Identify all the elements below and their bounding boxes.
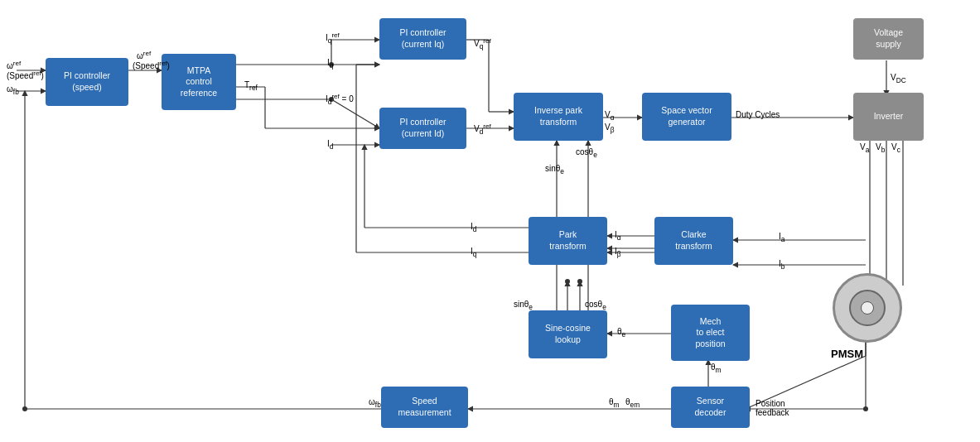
ia-label: Ia — [779, 232, 784, 243]
speed-ref-label-1: (Speedref) — [7, 70, 44, 80]
voltage-supply-block: Voltagesupply — [853, 18, 924, 60]
sin-theta-inv-label: sinθe — [545, 164, 564, 175]
inv-park-label: Inverse parktransform — [534, 105, 582, 127]
vb-out-label: Vb — [876, 142, 885, 154]
sin-theta-park-label: sinθe — [514, 300, 533, 311]
pos-feedback-label: Positionfeedback — [756, 399, 789, 417]
id-park-label: Id — [471, 222, 476, 233]
sine-cos-label: Sine-cosinelookup — [545, 323, 591, 345]
id-label: Id — [327, 139, 333, 151]
speed-ref-label-2: (Speedref) — [133, 60, 170, 70]
pi-speed-block: PI controller(speed) — [46, 58, 128, 106]
pmsm-motor — [833, 273, 902, 343]
iq-ref-label: Iqref — [326, 31, 340, 45]
svg-point-57 — [863, 406, 868, 411]
diagram: PI controller(speed) MTPAcontrolreferenc… — [0, 0, 980, 442]
ib-label: Ib — [779, 259, 784, 271]
v-alpha-label: Vα — [605, 110, 615, 122]
pi-id-block: PI controller(current Id) — [379, 108, 466, 149]
vdc-label: VDC — [891, 73, 906, 84]
theta-e-label: θe — [617, 327, 625, 339]
theta-m2-label: θm — [609, 397, 620, 409]
vc-out-label: Vc — [891, 142, 900, 154]
inv-park-block: Inverse parktransform — [514, 93, 603, 141]
svg-point-54 — [565, 279, 570, 284]
cos-theta-inv-label: cosθe — [576, 147, 597, 159]
vq-ref-label: Vqref — [474, 37, 491, 50]
speed-meas-block: Speedmeasurement — [381, 387, 468, 428]
i-alpha-label: Iα — [615, 230, 621, 242]
sensor-decoder-label: Sensordecoder — [695, 396, 727, 418]
pmsm-core — [861, 301, 874, 315]
pmsm-inner — [849, 290, 886, 326]
iq-label: Iq — [327, 58, 333, 70]
va-out-label: Va — [860, 142, 869, 154]
sine-cos-block: Sine-cosinelookup — [529, 310, 607, 358]
cos-theta-park-label: cosθe — [585, 300, 606, 311]
mtpa-label: MTPAcontrolreference — [181, 65, 217, 99]
pi-iq-block: PI controller(current Iq) — [379, 18, 466, 60]
park-block: Parktransform — [529, 217, 607, 265]
omega-fb-out-label: ωfb — [369, 397, 381, 409]
theta-m-up-label: θm — [711, 363, 722, 374]
v-beta-label: Vβ — [605, 123, 614, 134]
svpwm-label: Space vectorgenerator — [661, 105, 712, 127]
mech-elect-block: Mechto electposition — [671, 305, 750, 361]
duty-cycles-label: Duty Cycles — [736, 110, 780, 119]
pi-iq-label: PI controller(current Iq) — [399, 27, 446, 50]
sensor-decoder-block: Sensordecoder — [671, 387, 750, 428]
svpwm-block: Space vectorgenerator — [642, 93, 731, 141]
id-ref-label: Idref = 0 — [326, 93, 354, 106]
theta-m-label: θem — [625, 397, 640, 409]
svg-point-55 — [577, 279, 582, 284]
inverter-label: Inverter — [874, 111, 904, 123]
omega-fb-label: ωfb — [7, 84, 19, 96]
clarke-label: Clarketransform — [675, 229, 712, 252]
mtpa-block: MTPAcontrolreference — [162, 54, 236, 110]
voltage-supply-label: Voltagesupply — [874, 27, 903, 50]
park-label: Parktransform — [549, 229, 586, 252]
inverter-block: Inverter — [853, 93, 924, 141]
vd-ref-label: Vdref — [474, 123, 491, 136]
iq-park-label: Iq — [471, 247, 476, 258]
t-ref-label: Tref — [244, 80, 258, 92]
clarke-block: Clarketransform — [654, 217, 733, 265]
pi-speed-label: PI controller(speed) — [64, 70, 110, 93]
svg-point-56 — [22, 406, 27, 411]
pi-id-label: PI controller(current Id) — [399, 117, 446, 139]
speed-meas-label: Speedmeasurement — [398, 396, 451, 418]
mech-elect-label: Mechto electposition — [695, 316, 725, 350]
i-beta-label: Iβ — [615, 247, 621, 258]
pmsm-label: PMSM — [831, 348, 863, 360]
